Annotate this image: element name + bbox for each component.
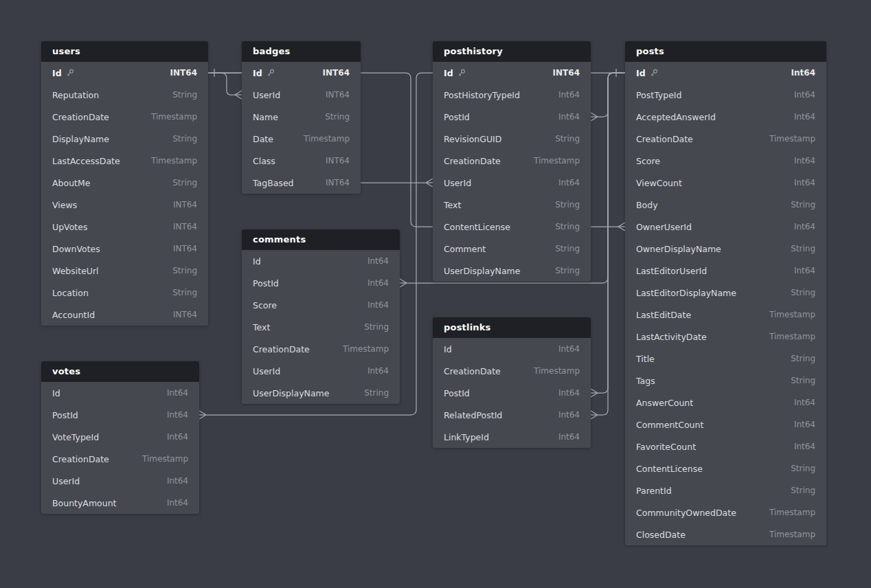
- field-row-posts-Body: BodyString: [625, 194, 826, 216]
- field-type-label: INT64: [326, 178, 350, 188]
- field-type-label: String: [364, 388, 389, 398]
- field-row-users-Reputation: ReputationString: [41, 84, 208, 106]
- field-row-users-CreationDate: CreationDateTimestamp: [41, 106, 208, 128]
- field-type-label: String: [172, 90, 197, 100]
- table-postlinks[interactable]: postlinksIdInt64CreationDateTimestampPos…: [433, 317, 591, 448]
- field-name-label: UpVotes: [52, 222, 87, 232]
- field-row-votes-CreationDate: CreationDateTimestamp: [41, 448, 199, 470]
- field-type-label: Int64: [558, 178, 580, 188]
- table-header-users[interactable]: users: [41, 41, 208, 62]
- field-row-posts-LastActivityDate: LastActivityDateTimestamp: [625, 326, 826, 348]
- field-type-label: Timestamp: [151, 156, 197, 166]
- field-row-posts-ClosedDate: ClosedDateTimestamp: [625, 523, 826, 545]
- field-type-label: INT64: [173, 310, 197, 319]
- field-name-label: CreationDate: [444, 366, 501, 376]
- field-row-users-LastAccessDate: LastAccessDateTimestamp: [41, 150, 208, 172]
- field-row-posts-LastEditorUserId: LastEditorUserIdInt64: [625, 260, 826, 282]
- table-header-postlinks[interactable]: postlinks: [433, 317, 591, 338]
- primary-key-icon: [267, 69, 275, 77]
- field-name-label: Text: [253, 322, 270, 332]
- table-posts[interactable]: postsIdInt64PostTypeIdInt64AcceptedAnswe…: [625, 41, 826, 545]
- field-type-label: INT64: [173, 200, 197, 210]
- field-type-label: Int64: [558, 344, 580, 354]
- table-header-posthistory[interactable]: posthistory: [433, 41, 591, 62]
- field-row-postlinks-LinkTypeId: LinkTypeIdInt64: [433, 426, 591, 448]
- field-type-label: String: [791, 244, 815, 253]
- field-name-label: Views: [52, 200, 77, 210]
- table-header-votes[interactable]: votes: [41, 361, 199, 382]
- table-users[interactable]: usersIdINT64ReputationStringCreationDate…: [41, 41, 208, 326]
- field-name-label: UserDisplayName: [444, 266, 520, 276]
- field-type-label: Timestamp: [151, 112, 197, 122]
- field-name-label: Id: [52, 68, 62, 78]
- field-name-label: Id: [253, 68, 262, 78]
- field-row-votes-UserId: UserIdInt64: [41, 470, 199, 492]
- field-row-posts-Title: TitleString: [625, 348, 826, 370]
- field-name-label: ContentLicense: [636, 464, 703, 474]
- field-row-badges-UserId: UserIdINT64: [242, 84, 361, 106]
- field-name-label: OwnerDisplayName: [636, 244, 721, 254]
- field-type-label: Int64: [167, 388, 188, 398]
- field-type-label: Timestamp: [304, 134, 350, 144]
- table-posthistory[interactable]: posthistoryIdINT64PostHistoryTypeIdInt64…: [433, 41, 591, 282]
- primary-key-icon: [66, 69, 74, 77]
- field-type-label: String: [555, 222, 580, 231]
- field-type-label: String: [791, 486, 815, 495]
- table-comments[interactable]: commentsIdInt64PostIdInt64ScoreInt64Text…: [242, 229, 400, 404]
- relationship-users-Id-badges-UserId: [208, 73, 242, 99]
- field-row-comments-Id: IdInt64: [242, 250, 400, 272]
- field-name-label: LastActivityDate: [636, 332, 707, 342]
- field-name-label: LastEditDate: [636, 310, 691, 320]
- field-row-posthistory-PostHistoryTypeId: PostHistoryTypeIdInt64: [433, 84, 591, 106]
- field-name-label: PostId: [52, 410, 78, 420]
- table-votes[interactable]: votesIdInt64PostIdInt64VoteTypeIdInt64Cr…: [41, 361, 199, 514]
- field-name-label: Body: [636, 200, 658, 210]
- field-row-posts-CreationDate: CreationDateTimestamp: [625, 128, 826, 150]
- field-name-label: PostId: [444, 112, 470, 122]
- field-type-label: Int64: [367, 366, 389, 376]
- field-name-label: UserId: [253, 366, 280, 376]
- field-type-label: Timestamp: [769, 134, 815, 144]
- field-row-votes-VoteTypeId: VoteTypeIdInt64: [41, 426, 199, 448]
- primary-key-icon: [650, 69, 658, 77]
- field-name-label: Name: [253, 112, 278, 122]
- field-name-label: BountyAmount: [52, 498, 117, 508]
- field-name-label: Id: [52, 388, 60, 398]
- field-row-users-WebsiteUrl: WebsiteUrlString: [41, 260, 208, 282]
- field-row-posts-ParentId: ParentIdString: [625, 479, 826, 501]
- field-name-label: Id: [636, 68, 646, 78]
- field-type-label: Int64: [794, 420, 815, 429]
- field-name-label: RevisionGUID: [444, 134, 501, 144]
- field-name-label: UserId: [444, 178, 471, 188]
- field-row-posthistory-Id: IdINT64: [433, 62, 591, 84]
- field-type-label: INT64: [173, 244, 197, 253]
- field-name-label: UserDisplayName: [253, 388, 329, 398]
- field-row-posts-OwnerUserId: OwnerUserIdInt64: [625, 216, 826, 238]
- field-type-label: String: [555, 266, 580, 275]
- field-type-label: Timestamp: [534, 156, 580, 166]
- field-name-label: Class: [253, 156, 275, 166]
- field-name-label: AcceptedAnswerId: [636, 112, 716, 122]
- field-name-label: CommentCount: [636, 420, 703, 430]
- field-row-posts-ContentLicense: ContentLicenseString: [625, 457, 826, 479]
- field-type-label: Timestamp: [534, 366, 580, 376]
- field-type-label: INT64: [170, 68, 197, 78]
- field-type-label: String: [791, 464, 815, 473]
- field-name-label: WebsiteUrl: [52, 266, 99, 276]
- field-row-users-AboutMe: AboutMeString: [41, 172, 208, 194]
- field-name-label: LastAccessDate: [52, 156, 120, 166]
- table-header-posts[interactable]: posts: [625, 41, 826, 62]
- field-name-label: Text: [444, 200, 461, 210]
- field-type-label: Int64: [167, 498, 188, 508]
- field-row-posthistory-UserDisplayName: UserDisplayNameString: [433, 260, 591, 282]
- field-type-label: Int64: [558, 432, 580, 442]
- table-badges[interactable]: badgesIdINT64UserIdINT64NameStringDateTi…: [242, 41, 361, 194]
- table-header-comments[interactable]: comments: [242, 229, 400, 250]
- field-type-label: String: [555, 200, 580, 210]
- field-row-posts-CommentCount: CommentCountInt64: [625, 414, 826, 436]
- relationship-posts-Id-postlinks-RelatedPostId: [591, 73, 625, 419]
- field-row-users-Views: ViewsINT64: [41, 194, 208, 216]
- field-row-posts-Tags: TagsString: [625, 370, 826, 392]
- table-header-badges[interactable]: badges: [242, 41, 361, 62]
- field-type-label: INT64: [326, 90, 350, 100]
